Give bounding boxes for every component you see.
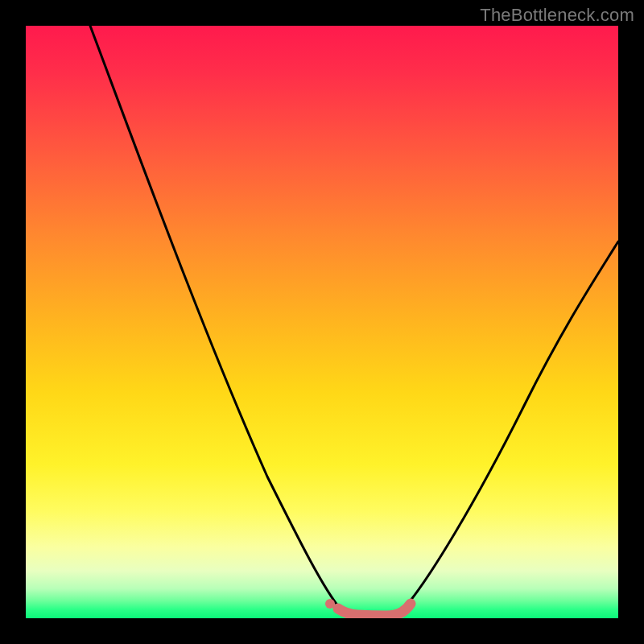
- plot-area: [26, 26, 618, 618]
- chart-stage: TheBottleneck.com: [0, 0, 644, 644]
- bottleneck-band: [338, 604, 411, 616]
- watermark-text: TheBottleneck.com: [480, 5, 634, 26]
- curve-left-branch: [90, 26, 341, 610]
- curve-right-branch: [402, 242, 618, 610]
- curve-layer: [26, 26, 618, 618]
- left-end-dot-icon: [325, 599, 335, 609]
